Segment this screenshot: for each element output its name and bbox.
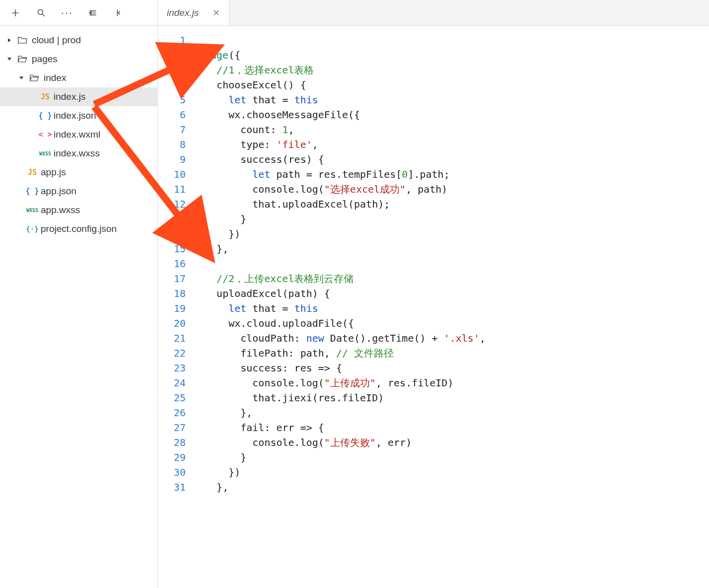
line-gutter: 1234567891011121314151617181920212223242… [158, 26, 193, 588]
wxss-file-icon: WXSS [37, 151, 54, 156]
file-label: index.wxml [54, 129, 100, 140]
close-icon[interactable]: ✕ [213, 7, 220, 18]
js-file-icon: JS [24, 168, 41, 177]
file-label: index.json [54, 110, 96, 121]
folder-open-icon [16, 55, 29, 64]
outdent-button[interactable] [80, 3, 105, 23]
collapse-panel-button[interactable] [106, 3, 131, 23]
panel-collapse-icon [114, 8, 124, 18]
new-file-button[interactable] [3, 3, 28, 23]
tree-file-app-wxss[interactable]: WXSS app.wxss [0, 201, 157, 220]
js-file-icon: JS [37, 92, 54, 101]
ellipsis-icon: ··· [61, 6, 73, 19]
code-area[interactable]: 1234567891011121314151617181920212223242… [158, 26, 709, 588]
plus-icon [10, 8, 20, 18]
editor-pane: index.js ✕ 12345678910111213141516171819… [158, 0, 709, 588]
folder-label: cloud | prod [32, 35, 81, 46]
file-label: app.json [41, 186, 76, 197]
file-tree: cloud | prod pages index JS index.js { }… [0, 26, 157, 238]
search-button[interactable] [29, 3, 54, 23]
config-file-icon: {·} [24, 225, 41, 233]
chevron-right-icon [7, 38, 12, 43]
outdent-icon [88, 8, 98, 18]
tree-file-app-js[interactable]: JS app.js [0, 163, 157, 182]
code-content[interactable]: Page({ //1，选择excel表格 chooseExcel() { let… [193, 26, 709, 588]
folder-icon [16, 36, 29, 45]
sidebar: ··· cloud | prod pages [0, 0, 158, 588]
editor-tabs: index.js ✕ [158, 0, 709, 26]
tab-title: index.js [167, 7, 199, 18]
folder-label: pages [32, 54, 58, 65]
tree-file-index-wxss[interactable]: WXSS index.wxss [0, 144, 157, 163]
file-label: index.wxss [54, 148, 100, 159]
wxml-file-icon: < > [37, 130, 54, 139]
tree-file-index-wxml[interactable]: < > index.wxml [0, 125, 157, 144]
more-button[interactable]: ··· [55, 3, 79, 23]
app-root: ··· cloud | prod pages [0, 0, 709, 588]
folder-label: index [44, 73, 66, 83]
sidebar-toolbar: ··· [0, 0, 157, 26]
tree-folder-pages[interactable]: pages [0, 50, 157, 69]
file-label: project.config.json [41, 223, 117, 234]
svg-point-0 [38, 9, 43, 14]
file-label: app.wxss [41, 205, 80, 216]
chevron-down-icon [7, 57, 12, 62]
json-file-icon: { } [24, 187, 41, 196]
file-label: app.js [41, 167, 66, 178]
folder-open-icon [28, 74, 41, 82]
tree-file-index-json[interactable]: { } index.json [0, 106, 157, 125]
json-file-icon: { } [37, 111, 54, 120]
search-icon [36, 8, 46, 18]
tree-file-app-json[interactable]: { } app.json [0, 182, 157, 201]
tree-file-index-js[interactable]: JS index.js [0, 87, 157, 106]
chevron-down-icon [19, 75, 24, 80]
file-label: index.js [54, 91, 85, 102]
tree-file-project-config[interactable]: {·} project.config.json [0, 220, 157, 238]
tab-index-js[interactable]: index.js ✕ [158, 0, 229, 25]
tree-folder-cloud[interactable]: cloud | prod [0, 31, 157, 50]
tree-folder-index[interactable]: index [0, 69, 157, 87]
wxss-file-icon: WXSS [24, 208, 41, 213]
